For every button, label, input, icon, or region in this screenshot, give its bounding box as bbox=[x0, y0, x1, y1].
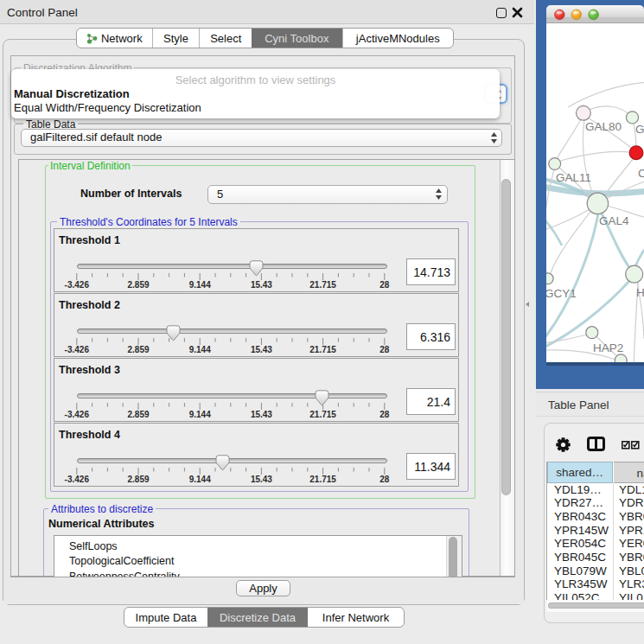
svg-text:GCY1: GCY1 bbox=[545, 287, 577, 300]
svg-text:GAL11: GAL11 bbox=[556, 171, 591, 184]
svg-text:GAL80: GAL80 bbox=[585, 120, 622, 133]
svg-text:GAL4: GAL4 bbox=[599, 214, 629, 227]
svg-text:GA: GA bbox=[635, 123, 644, 136]
svg-text:H: H bbox=[636, 286, 644, 299]
svg-text:HAP2: HAP2 bbox=[593, 341, 623, 354]
svg-text:C: C bbox=[638, 167, 644, 180]
